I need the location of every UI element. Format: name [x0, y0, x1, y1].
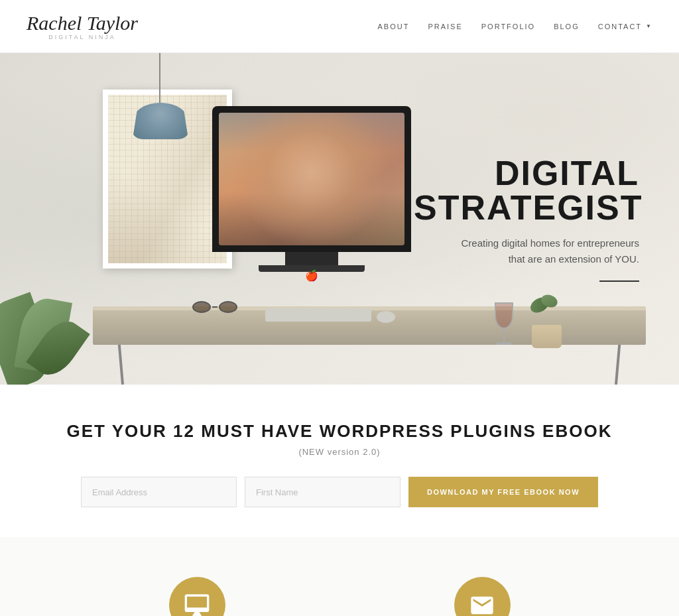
navbar: Rachel Taylor DIGITAL NINJA ABOUT PRAISE… [0, 0, 679, 53]
chevron-down-icon: ▼ [646, 23, 652, 29]
cta-subtitle: (NEW version 2.0) [27, 447, 652, 457]
monitor-body [212, 106, 411, 252]
wine-glass-base [496, 342, 512, 345]
nav-praise[interactable]: PRAISE [428, 23, 462, 31]
sunglass-right-lens [219, 301, 237, 313]
service-website-creation: WEBSITE CREATION Bring your website to l… [54, 577, 340, 616]
logo[interactable]: Rachel Taylor DIGITAL NINJA [27, 12, 138, 40]
nav-about[interactable]: ABOUT [378, 23, 410, 31]
monitor-base: 🍎 [259, 265, 365, 272]
cta-section: GET YOUR 12 MUST HAVE WORDPRESS PLUGINS … [0, 385, 679, 537]
hero-subtitle: Creating digital homes for entrepreneurs… [414, 235, 639, 267]
cta-form: DOWNLOAD MY FREE EBOOK NOW [81, 477, 598, 507]
nav-blog[interactable]: BLOG [554, 23, 580, 31]
cta-title: GET YOUR 12 MUST HAVE WORDPRESS PLUGINS … [27, 421, 652, 442]
mouse [377, 311, 395, 323]
email-input[interactable] [81, 477, 237, 507]
hero-text-block: DIGITAL STRATEGIST Creating digital home… [414, 116, 679, 322]
lamp-decoration [159, 53, 160, 139]
screen-content [219, 113, 404, 245]
monitor: 🍎 [212, 106, 411, 272]
service-email-marketing: EMAIL MARKETING Your peeps want to hear … [340, 577, 625, 616]
plant-pot [532, 325, 562, 348]
email-icon [469, 592, 495, 617]
sunglass-left-lens [192, 301, 211, 313]
nav-links: ABOUT PRAISE PORTFOLIO BLOG CONTACT ▼ [378, 23, 653, 31]
nav-portfolio[interactable]: PORTFOLIO [481, 23, 535, 31]
hero-divider [599, 280, 639, 282]
nav-contact[interactable]: CONTACT ▼ [598, 23, 652, 31]
hero-section: 🍎 DIGITAL STRATEGIST Creating digital ho… [0, 53, 679, 385]
name-input[interactable] [245, 477, 401, 507]
hero-title: DIGITAL STRATEGIST [414, 156, 639, 225]
monitor-screen [219, 113, 404, 245]
wine-glass-stem [503, 329, 505, 342]
left-plant [0, 252, 106, 385]
sunglasses [192, 301, 237, 313]
services-section: WEBSITE CREATION Bring your website to l… [0, 537, 679, 616]
monitor-stand [285, 252, 338, 265]
monitor-icon [184, 592, 210, 617]
email-icon-circle [454, 577, 511, 616]
logo-name: Rachel Taylor [27, 12, 138, 34]
apple-logo-icon: 🍎 [305, 269, 318, 282]
download-ebook-button[interactable]: DOWNLOAD MY FREE EBOOK NOW [408, 477, 598, 507]
logo-sub: DIGITAL NINJA [27, 34, 138, 40]
website-icon-circle [169, 577, 225, 616]
sunglass-bridge [212, 306, 217, 308]
keyboard [265, 308, 371, 322]
